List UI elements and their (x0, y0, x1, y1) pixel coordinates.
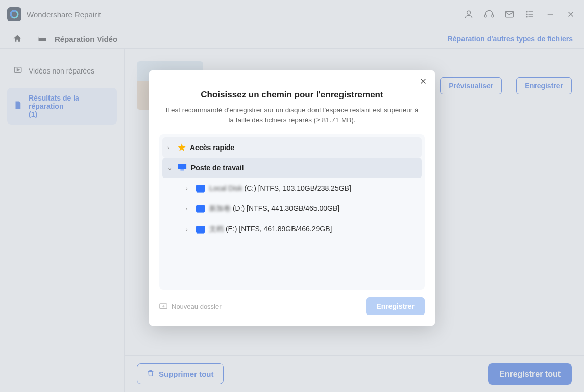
this-pc-label: Poste de travail (191, 164, 244, 172)
chevron-right-icon: › (186, 185, 192, 191)
new-folder-button[interactable]: Nouveau dossier (159, 302, 222, 311)
modal-footer: Nouveau dossier Enregistrer (159, 295, 425, 317)
tree-drive-c[interactable]: › Local Disk (C:) [NTFS, 103.10GB/238.25… (162, 178, 422, 199)
chevron-right-icon: › (167, 144, 174, 151)
svg-rect-24 (180, 169, 184, 170)
folder-plus-icon (159, 302, 167, 311)
drive-icon (196, 205, 205, 212)
drive-name-blur: 新加卷 (209, 204, 231, 213)
chevron-down-icon: ⌄ (167, 165, 174, 172)
svg-rect-23 (178, 164, 186, 169)
modal-save-button[interactable]: Enregistrer (366, 297, 425, 315)
tree-this-pc[interactable]: ⌄ Poste de travail (162, 158, 422, 178)
pc-icon (178, 163, 187, 173)
chevron-right-icon: › (186, 226, 192, 232)
chevron-right-icon: › (186, 206, 192, 212)
drive-suffix: (C:) [NTFS, 103.10GB/238.25GB] (244, 184, 351, 192)
folder-tree: › ★ Accès rapide ⌄ Poste de travail › Lo… (159, 134, 425, 290)
drive-icon (196, 226, 205, 233)
drive-name-blur: Local Disk (209, 184, 242, 192)
close-icon[interactable] (419, 77, 428, 88)
drive-name-blur: 文档 (209, 225, 224, 234)
quick-access-label: Accès rapide (190, 143, 234, 152)
modal-title: Choisissez un chemin pour l'enregistreme… (159, 90, 425, 100)
new-folder-label: Nouveau dossier (172, 303, 222, 310)
drive-suffix: (E:) [NTFS, 461.89GB/466.29GB] (226, 225, 332, 233)
tree-drive-d[interactable]: › 新加卷 (D:) [NTFS, 441.30GB/465.00GB] (162, 199, 422, 219)
tree-quick-access[interactable]: › ★ Accès rapide (162, 137, 422, 158)
star-icon: ★ (178, 142, 186, 153)
drive-suffix: (D:) [NTFS, 441.30GB/465.00GB] (233, 204, 339, 212)
modal-subtitle: Il est recommandé d'enregistrer sur un d… (163, 105, 421, 125)
drive-icon (196, 185, 205, 192)
save-path-modal: Choisissez un chemin pour l'enregistreme… (149, 70, 435, 326)
tree-drive-e[interactable]: › 文档 (E:) [NTFS, 461.89GB/466.29GB] (162, 219, 422, 239)
